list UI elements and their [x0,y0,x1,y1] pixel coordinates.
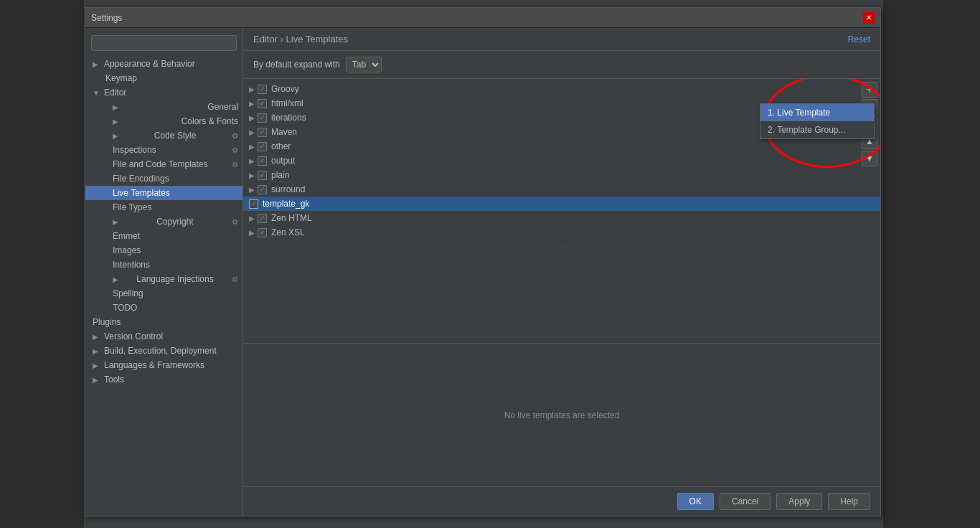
sidebar-item-tools[interactable]: ▶ Tools [85,372,242,387]
label-html-xml: html/xml [271,98,303,108]
nav-arrow-lang: ▶ [113,275,118,283]
sidebar-item-images[interactable]: Images [85,243,242,258]
label-other: other [271,141,291,151]
sidebar-item-build-exec[interactable]: ▶ Build, Execution, Deployment [85,344,242,358]
group-row-plain[interactable]: ▶ plain [243,168,880,182]
arrow-tools: ▶ [93,376,101,384]
checkbox-html-xml[interactable] [258,99,267,108]
help-button[interactable]: Help [828,493,870,510]
arrow-build: ▶ [93,347,101,355]
label-iterations: iterations [271,113,306,123]
search-input[interactable] [91,35,237,51]
dialog-title-text: Settings [91,13,860,23]
sidebar-label-tools: Tools [104,374,124,385]
settings-icon-file-templates: ⚙ [232,161,238,169]
sidebar-item-live-templates[interactable]: Live Templates [85,186,242,200]
add-button[interactable]: + [862,82,877,98]
sidebar-item-general[interactable]: ▶ General [85,100,242,114]
settings-icon-code-style: ⚙ [232,132,238,140]
sidebar-item-language-injections[interactable]: ▶ Language Injections ⚙ [85,272,242,286]
group-row-other[interactable]: ▶ other [243,139,880,154]
arrow-groovy: ▶ [249,85,255,93]
group-row-zen-html[interactable]: ▶ Zen HTML [243,211,880,225]
settings-sidebar: ▶ Appearance & Behavior Keymap ▼ Editor … [85,28,243,516]
sidebar-item-copyright[interactable]: ▶ Copyright ⚙ [85,214,242,229]
add-dropdown: 1. Live Template 2. Template Group... [760,103,875,139]
toolbar-row: By default expand with Tab [243,51,880,79]
checkbox-groovy[interactable] [258,85,267,94]
close-button[interactable]: ✕ [863,12,875,24]
arrow-vc: ▶ [93,333,101,341]
arrow-maven: ▶ [249,128,255,136]
arrow-output: ▶ [249,157,255,165]
sidebar-item-colors-fonts[interactable]: ▶ Colors & Fonts [85,114,242,128]
sidebar-item-emmet[interactable]: Emmet [85,229,242,243]
group-row-output[interactable]: ▶ output [243,154,880,168]
expand-label: By default expand with [253,60,340,70]
sidebar-item-spelling[interactable]: Spelling [85,286,242,301]
group-row-surround[interactable]: ▶ surround [243,182,880,197]
sidebar-item-todo[interactable]: TODO [85,301,242,315]
main-content: Editor › Live Templates Reset By default… [243,28,880,516]
checkbox-other[interactable] [258,142,267,151]
cancel-button[interactable]: Cancel [720,493,771,510]
sidebar-item-inspections[interactable]: Inspections ⚙ [85,143,242,157]
sidebar-item-file-types[interactable]: File Types [85,200,242,214]
checkbox-iterations[interactable] [258,113,267,123]
sidebar-label-plugins: Plugins [93,317,121,327]
label-groovy: Groovy [271,84,299,94]
checkbox-template-gk[interactable] [249,199,258,209]
label-file-types: File Types [113,202,151,212]
bottom-area: No live templates are selected [243,343,880,486]
arrow-lang: ▶ [93,362,101,369]
sidebar-label-appearance: Appearance & Behavior [104,59,195,69]
group-row-groovy[interactable]: ▶ Groovy [243,82,880,96]
checkbox-plain[interactable] [258,171,267,180]
checkbox-maven[interactable] [258,128,267,137]
label-inspections: Inspections [113,145,156,155]
move-down-button[interactable]: ▼ [862,151,877,166]
apply-button[interactable]: Apply [776,493,822,510]
sidebar-item-file-code-templates[interactable]: File and Code Templates ⚙ [85,157,242,171]
dialog-titlebar: Settings ✕ [85,8,880,28]
expand-select[interactable]: Tab [346,57,382,72]
arrow-other: ▶ [249,143,255,151]
dropdown-live-template[interactable]: 1. Live Template [760,104,874,121]
sidebar-item-appearance[interactable]: ▶ Appearance & Behavior [85,57,242,71]
label-code-style: Code Style [154,131,197,141]
sidebar-label-build: Build, Execution, Deployment [104,346,217,356]
sidebar-item-file-encodings[interactable]: File Encodings [85,171,242,186]
ide-sidebar-left [0,0,85,528]
ok-button[interactable]: OK [677,493,714,510]
sidebar-item-languages[interactable]: ▶ Languages & Frameworks [85,358,242,372]
arrow-surround: ▶ [249,186,255,194]
dropdown-template-group[interactable]: 2. Template Group... [760,121,874,138]
label-intentions: Intentions [113,260,150,270]
reset-button[interactable]: Reset [848,34,870,44]
checkbox-zen-html[interactable] [258,214,267,223]
checkbox-surround[interactable] [258,185,267,194]
label-file-code-templates: File and Code Templates [113,159,208,169]
label-file-encodings: File Encodings [113,174,169,184]
label-images: Images [113,245,141,255]
nav-arrow-copyright: ▶ [113,218,118,226]
checkbox-zen-xsl[interactable] [258,228,267,237]
sidebar-label-keymap: Keymap [105,73,137,83]
arrow-plain: ▶ [249,171,255,179]
sidebar-item-keymap[interactable]: Keymap [85,71,242,85]
checkbox-output[interactable] [258,156,267,166]
template-list-area: ▶ Groovy ▶ html/xml ▶ iterations [243,79,880,343]
group-row-template-gk[interactable]: template_gk [243,197,880,211]
sidebar-item-plugins[interactable]: Plugins [85,315,242,329]
arrow-html-xml: ▶ [249,100,255,108]
sidebar-item-version-control[interactable]: ▶ Version Control [85,329,242,344]
sidebar-item-editor[interactable]: ▼ Editor [85,85,242,100]
label-zen-xsl: Zen XSL [271,227,305,237]
sidebar-item-code-style[interactable]: ▶ Code Style ⚙ [85,128,242,143]
sidebar-item-intentions[interactable]: Intentions [85,258,242,272]
label-maven: Maven [271,127,297,137]
label-live-templates: Live Templates [113,188,170,198]
arrow-icon: ▶ [93,60,101,68]
group-row-zen-xsl[interactable]: ▶ Zen XSL [243,225,880,240]
arrow-icon-editor: ▼ [93,89,101,97]
